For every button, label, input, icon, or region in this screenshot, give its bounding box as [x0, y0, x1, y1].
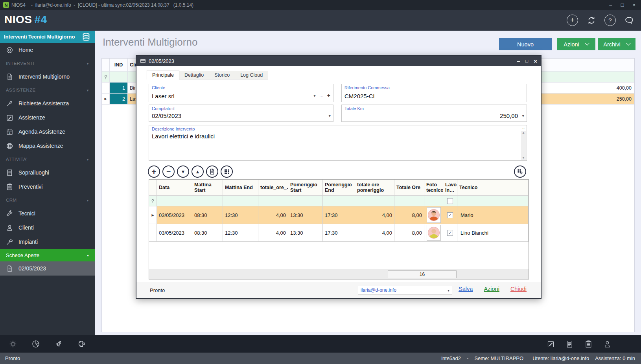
sidebar-item-richieste-assistenza[interactable]: Richieste Assistenza — [0, 96, 95, 110]
sidebar-item-tecnici[interactable]: Tecnici — [0, 206, 95, 221]
sidebar-section-interventi[interactable]: INTERVENTI ▾ — [0, 57, 95, 70]
cell-foto-tecnico[interactable] — [424, 224, 443, 242]
sidebar-active-database[interactable]: Interventi Tecnici Multigiorno — [0, 31, 95, 43]
cell-tecnico[interactable]: Lino Bianchi — [457, 224, 529, 242]
dialog-close-button[interactable]: × — [534, 58, 537, 64]
puzzle-icon[interactable] — [77, 340, 86, 349]
window-close-button[interactable]: × — [632, 2, 635, 8]
cell-mattina-end[interactable]: 12:30 — [223, 224, 258, 242]
sidebar-item-interventi-multigiorno[interactable]: Interventi Multigiorno — [0, 70, 95, 84]
grid-column-header[interactable]: Data — [157, 180, 192, 196]
add-icon[interactable]: + — [567, 15, 578, 26]
filter-cell[interactable] — [258, 196, 288, 206]
rocket-icon[interactable] — [54, 340, 63, 348]
sync-icon[interactable] — [586, 15, 597, 26]
sidebar-item-sopralluoghi[interactable]: Sopralluoghi — [0, 165, 95, 180]
cell-totale-ore-mattina[interactable]: 4,00 — [258, 206, 288, 224]
tab-dettaglio[interactable]: Dettaglio — [179, 71, 209, 79]
cliente-value[interactable]: Laser srl — [152, 93, 175, 99]
filter-cell[interactable] — [288, 196, 323, 206]
filter-cell[interactable] — [192, 196, 223, 206]
settings-gear-icon[interactable] — [9, 340, 17, 348]
sidebar-item-impianti[interactable]: Impianti — [0, 235, 95, 249]
cliente-field[interactable]: Cliente Laser srl ▾ … + — [149, 84, 333, 102]
grid-move-up-button[interactable]: ▲ — [192, 165, 204, 178]
cell-lavoro-in[interactable]: ✓ — [443, 206, 457, 224]
descrizione-intervento-value[interactable]: Lavori elettrici e idraulici — [152, 133, 215, 140]
chiudi-link[interactable]: Chiudi — [510, 286, 527, 292]
grid-column-header[interactable]: Mattina Start — [192, 180, 223, 196]
cell-tecnico[interactable]: Mario — [457, 206, 529, 224]
grid-column-header[interactable]: totale ore pomeriggio — [355, 180, 394, 196]
account-select[interactable]: ilaria@d-one.info ▾ — [358, 286, 452, 294]
cell-data[interactable]: 03/05/2023 — [157, 206, 192, 224]
scroll-up-icon[interactable]: ▲ — [522, 131, 525, 134]
filter-cell[interactable] — [323, 196, 355, 206]
grid-column-header[interactable]: Lavo… in… — [443, 180, 457, 196]
sidebar-section-assistenze[interactable]: ASSISTENZE ▾ — [0, 84, 95, 96]
cell-foto-tecnico[interactable] — [424, 206, 443, 224]
totale-km-value[interactable]: 250,00 — [500, 112, 518, 119]
filter-cell[interactable] — [394, 196, 424, 206]
cell-mattina-end[interactable]: 12:30 — [223, 206, 258, 224]
grid-column-header[interactable]: Totale Ore — [394, 180, 424, 196]
riferimento-commessa-value[interactable]: CM2025-CL — [344, 93, 376, 99]
grid-copy-row-button[interactable] — [206, 165, 218, 178]
cell-totale-ore[interactable]: 8,00 — [394, 224, 424, 242]
sidebar-section-schede-aperte[interactable]: Schede Aperte ▾ — [0, 249, 95, 261]
filter-cell[interactable] — [355, 196, 394, 206]
grid-column-header[interactable]: Tecnico — [457, 180, 529, 196]
grid-column-header[interactable]: Pomeriggio Start — [288, 180, 323, 196]
pie-chart-icon[interactable] — [31, 340, 40, 348]
tab-storico[interactable]: Storico — [209, 71, 235, 79]
cliente-dropdown-icon[interactable]: ▾ — [313, 93, 316, 98]
cell-pomeriggio-end[interactable]: 17:30 — [323, 206, 355, 224]
field-expand-button[interactable]: .. — [522, 126, 525, 130]
scroll-down-icon[interactable]: ▼ — [522, 156, 525, 160]
checkbox-checked[interactable]: ✓ — [447, 212, 453, 218]
totale-km-field[interactable]: Totale Km 250,00 ▾ — [341, 105, 527, 122]
cell-pomeriggio-start[interactable]: 13:30 — [288, 206, 323, 224]
azioni-button[interactable]: Azioni — [557, 38, 595, 50]
checkbox-checked[interactable]: ✓ — [447, 230, 453, 236]
cell-mattina-start[interactable]: 08:30 — [192, 224, 223, 242]
filter-cell[interactable] — [223, 196, 258, 206]
sidebar-section-crm[interactable]: CRM ▾ — [0, 194, 95, 206]
grid-row[interactable]: 03/05/2023 08:30 12:30 4,00 13:30 17:30 … — [149, 224, 529, 242]
cell-totale-ore-mattina[interactable]: 4,00 — [258, 224, 288, 242]
riferimento-commessa-field[interactable]: Riferimento Commessa CM2025-CL — [341, 84, 527, 102]
cell-totale-ore[interactable]: 8,00 — [394, 206, 424, 224]
grid-row-selected[interactable]: ▶ 03/05/2023 08:30 12:30 4,00 13:30 17:3… — [149, 206, 529, 224]
descrizione-intervento-field[interactable]: Descrizione Intervento Lavori elettrici … — [149, 125, 527, 161]
archivi-button[interactable]: Archivi — [598, 38, 635, 50]
totale-km-dropdown-icon[interactable]: ▾ — [522, 113, 524, 118]
cell-pomeriggio-start[interactable]: 13:30 — [288, 224, 323, 242]
dialog-titlebar[interactable]: 02/05/2023 – □ × — [136, 56, 541, 66]
window-maximize-button[interactable]: □ — [621, 2, 624, 8]
tab-log-cloud[interactable]: Log Cloud — [235, 71, 268, 79]
dialog-minimize-button[interactable]: – — [517, 58, 520, 64]
sidebar-item-clienti[interactable]: Clienti — [0, 221, 95, 235]
compilato-il-field[interactable]: Compilato il 02/05/2023 ▾ — [149, 105, 333, 122]
user-icon[interactable] — [603, 340, 612, 348]
grid-move-down-button[interactable]: ▼ — [177, 165, 189, 178]
document-lines-icon[interactable] — [565, 340, 574, 348]
help-icon[interactable]: ? — [604, 15, 616, 26]
filter-checkbox[interactable] — [443, 196, 457, 206]
column-header-importo[interactable] — [579, 59, 634, 72]
clipboard-icon[interactable] — [584, 340, 593, 348]
grid-column-header[interactable]: Pomeriggio End — [323, 180, 355, 196]
cell-data[interactable]: 03/05/2023 — [157, 224, 192, 242]
chat-icon[interactable] — [623, 15, 635, 26]
edit-document-icon[interactable] — [547, 340, 555, 348]
sidebar-item-preventivi[interactable]: Preventivi — [0, 180, 95, 194]
grid-column-header[interactable]: Mattina End — [223, 180, 258, 196]
sidebar-item-home[interactable]: Home — [0, 43, 95, 57]
azioni-link[interactable]: Azioni — [484, 286, 499, 292]
cell-totale-ore-pomeriggio[interactable]: 4,00 — [355, 206, 394, 224]
sidebar-section-attivita[interactable]: ATTIVITA' ▾ — [0, 153, 95, 165]
cell-lavoro-in[interactable]: ✓ — [443, 224, 457, 242]
filter-cell[interactable] — [157, 196, 192, 206]
compilato-dropdown-icon[interactable]: ▾ — [328, 113, 331, 118]
grid-add-row-button[interactable]: + — [148, 165, 160, 178]
